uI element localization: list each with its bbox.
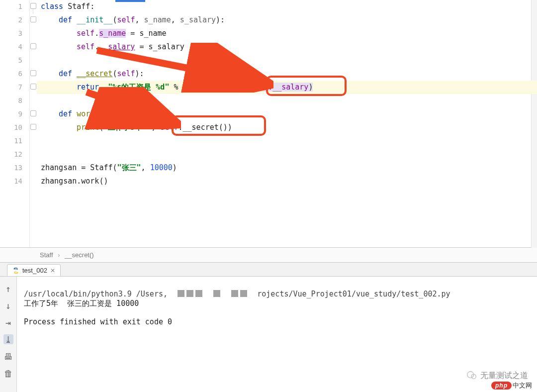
line-number: 11 bbox=[0, 134, 29, 148]
close-icon[interactable]: ✕ bbox=[50, 267, 55, 274]
php-badge: php 中文网 bbox=[491, 381, 532, 390]
code-line[interactable]: print("工作了5年 ", self.__secret()) bbox=[77, 121, 232, 134]
line-number-gutter: 1 2 3 4 5 6 7 8 9 10 11 12 13 14 bbox=[0, 0, 30, 247]
code-line[interactable]: def work(self): bbox=[59, 107, 126, 121]
code-editor-pane[interactable]: 1 2 3 4 5 6 7 8 9 10 11 12 13 14 class S… bbox=[0, 0, 537, 248]
attribute-s-name: s_name bbox=[99, 29, 126, 38]
keyword-return: retur bbox=[77, 83, 99, 92]
redacted-path bbox=[177, 290, 248, 299]
string-literal: "工作了5年 " bbox=[103, 123, 151, 132]
code-line[interactable]: self.__salary = s_salary bbox=[77, 40, 184, 54]
breadcrumb-item[interactable]: __secret() bbox=[65, 251, 94, 259]
run-panel: ↑ ↓ ⇥ ⤓ 🖶 🗑 /usr/local/bin/python3.9 /Us… bbox=[0, 277, 537, 392]
keyword-def: def bbox=[59, 15, 72, 24]
console-exit-line: Process finished with exit code 0 bbox=[24, 317, 172, 326]
line-number: 2 bbox=[0, 13, 29, 27]
code-line[interactable]: class Staff: bbox=[41, 0, 94, 13]
run-tab-bar: test_002 ✕ bbox=[0, 263, 537, 277]
fold-end-icon[interactable] bbox=[30, 43, 36, 49]
chevron-right-icon: › bbox=[58, 251, 60, 259]
param-self: self bbox=[117, 15, 135, 24]
attribute-salary: __salary bbox=[99, 42, 135, 51]
line-number: 8 bbox=[0, 94, 29, 107]
line-number: 9 bbox=[0, 107, 29, 121]
code-area[interactable]: class Staff: def __init__(self, s_name, … bbox=[37, 0, 537, 247]
code-line[interactable]: self.s_name = s_name bbox=[77, 27, 167, 40]
keyword-def: def bbox=[59, 109, 72, 118]
line-number: 7 bbox=[0, 81, 29, 94]
console-output-line: 工作了5年 张三的工资是 10000 bbox=[24, 299, 139, 308]
method-call-work: work() bbox=[81, 177, 108, 186]
fold-end-icon[interactable] bbox=[30, 124, 36, 130]
keyword-def: def bbox=[59, 69, 72, 78]
function-name: __init__ bbox=[77, 15, 112, 24]
fold-end-icon[interactable] bbox=[30, 84, 36, 90]
builtin-print: print bbox=[77, 123, 99, 132]
breadcrumb-item[interactable]: Staff bbox=[40, 251, 53, 259]
string-literal: "%s的工资是 %d" bbox=[108, 83, 169, 92]
number-literal: 10000 bbox=[150, 163, 173, 172]
up-arrow-icon[interactable]: ↑ bbox=[3, 284, 13, 294]
line-number: 5 bbox=[0, 54, 29, 67]
code-line-highlighted[interactable]: retur "%s的工资是 %d" % (self.s_name, self._… bbox=[37, 81, 537, 94]
code-line[interactable]: def __init__(self, s_name, s_salary): bbox=[59, 13, 225, 27]
attribute-salary-ref: __salary bbox=[272, 83, 308, 92]
console-path-suffix: rojects/Vue_Project01/vue_study/test_002… bbox=[257, 290, 450, 298]
console-output[interactable]: /usr/local/bin/python3.9 /Users, rojects… bbox=[17, 277, 537, 392]
line-number: 12 bbox=[0, 148, 29, 161]
line-number: 10 bbox=[0, 121, 29, 134]
line-number: 3 bbox=[0, 27, 29, 40]
trash-icon[interactable]: 🗑 bbox=[3, 368, 13, 378]
scroll-to-end-icon[interactable]: ⤓ bbox=[3, 334, 13, 344]
fold-toggle-icon[interactable] bbox=[30, 70, 36, 76]
wechat-icon bbox=[466, 370, 477, 381]
fold-toggle-icon[interactable] bbox=[30, 16, 36, 22]
code-line[interactable]: zhangsan.work() bbox=[41, 175, 108, 188]
code-line[interactable]: zhangsan = Staff("张三", 10000) bbox=[41, 161, 177, 175]
print-icon[interactable]: 🖶 bbox=[3, 351, 13, 361]
console-path-prefix: /usr/local/bin/python3.9 /Users bbox=[24, 290, 163, 298]
down-arrow-icon[interactable]: ↓ bbox=[3, 300, 13, 310]
run-tab[interactable]: test_002 ✕ bbox=[7, 264, 61, 276]
function-work: work bbox=[77, 109, 94, 118]
run-toolbar: ↑ ↓ ⇥ ⤓ 🖶 🗑 bbox=[0, 277, 17, 392]
line-number: 1 bbox=[0, 0, 29, 13]
method-call-secret: __secret() bbox=[183, 123, 228, 132]
string-literal: "张三" bbox=[117, 163, 141, 172]
function-secret: __secret bbox=[77, 69, 112, 78]
line-number: 4 bbox=[0, 40, 29, 54]
breadcrumb[interactable]: Staff › __secret() bbox=[0, 248, 537, 263]
fold-toggle-icon[interactable] bbox=[30, 110, 36, 116]
class-name: Staff bbox=[68, 2, 90, 11]
fold-toggle-icon[interactable] bbox=[30, 3, 36, 9]
line-number: 13 bbox=[0, 161, 29, 175]
python-file-icon bbox=[12, 267, 19, 274]
wrap-icon[interactable]: ⇥ bbox=[3, 317, 13, 327]
code-line[interactable]: def __secret(self): bbox=[59, 67, 144, 81]
run-tab-label: test_002 bbox=[22, 267, 47, 274]
line-number: 6 bbox=[0, 67, 29, 81]
watermark: 无量测试之道 bbox=[466, 370, 528, 381]
fold-guide bbox=[33, 9, 33, 14]
fold-column[interactable] bbox=[30, 0, 37, 247]
line-number: 14 bbox=[0, 175, 29, 188]
keyword-class: class bbox=[41, 2, 63, 11]
